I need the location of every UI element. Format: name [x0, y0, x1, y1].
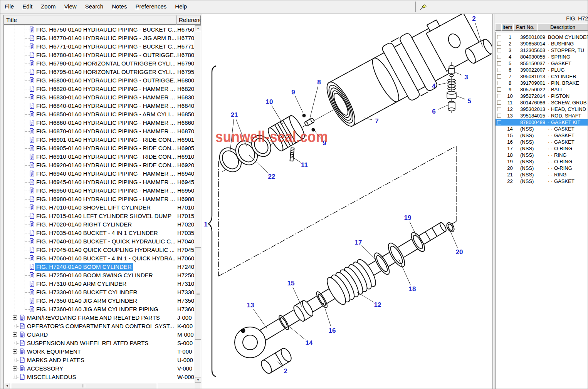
tree-item-label[interactable]: MISCELLANEOUS: [26, 373, 77, 381]
parts-table-row[interactable]: 11801476086· SCREW, GRUB: [496, 99, 588, 106]
menu-file[interactable]: File: [0, 0, 18, 13]
tree-item[interactable]: FIG. H7060-01A0 BUCKET - 4 IN 1 - QUICK …: [4, 254, 195, 263]
column-header-item[interactable]: Item: [501, 23, 513, 31]
part-checkbox[interactable]: [497, 61, 501, 65]
column-header-reference[interactable]: Reference: [176, 15, 201, 25]
tree-item-label[interactable]: FIG. H6920-01A0 HYDRAULIC PIPING - RIDE …: [35, 161, 177, 169]
column-header-select[interactable]: [495, 23, 501, 31]
expand-plus-icon[interactable]: [13, 341, 17, 345]
tree-item-label[interactable]: FIG. H6750-01A0 HYDRAULIC PIPING - BUCKE…: [35, 26, 178, 34]
parts-table-row[interactable]: 10395272014· PISTON: [496, 93, 588, 99]
panel-splitter[interactable]: [492, 14, 493, 389]
tree-item[interactable]: FIG. H6980-01A0 HYDRAULIC PIPING - HAMME…: [4, 195, 195, 203]
tree-item-label[interactable]: FIG. H7360-01A0 JIG ARM CYLINDER PIPING: [35, 305, 160, 313]
tree-item[interactable]: MISCELLANEOUSW-000: [4, 373, 195, 381]
tree-item-label[interactable]: FIG. H6945-01A0 HYDRAULIC PIPING - HAMME…: [35, 178, 176, 186]
parts-table-row[interactable]: 22(NSS)· · GASKET: [496, 178, 588, 184]
tree-item[interactable]: FIG. H6780-01A0 HYDRAULIC PIPING - OUTRI…: [4, 51, 195, 59]
tree-item[interactable]: FIG. H6830-01A0 HYDRAULIC PIPING - HAMME…: [4, 93, 195, 102]
tree-item[interactable]: MAIN/REVOLVING FRAME AND RELATED PARTSJ-…: [4, 314, 195, 322]
tree-item-label[interactable]: FIG. H7035-01A0 BUCKET - 4 IN 1 CYLINDER: [35, 229, 159, 237]
parts-table-row[interactable]: 17(NSS)· · O-RING: [496, 145, 588, 152]
tree-item-label[interactable]: FIG. H7310-01A0 ARM CYLINDER: [35, 280, 128, 288]
tree-item-label[interactable]: MARKS AND PLATES: [26, 356, 86, 364]
parts-table-row[interactable]: 19(NSS)· · O-RING: [496, 158, 588, 165]
tree-item-label[interactable]: FIG. H7250-01A0 BOOM SWING CYLINDER: [35, 272, 154, 279]
tree-item[interactable]: FIG. H7360-01A0 JIG ARM CYLINDER PIPINGH…: [4, 305, 195, 314]
expand-plus-icon[interactable]: [13, 358, 17, 362]
tree-item-label[interactable]: FIG. H6860-01A0 HYDRAULIC PIPING - HAMME…: [35, 119, 176, 127]
parts-table-row[interactable]: 15(NSS)· · GASKET: [496, 132, 588, 139]
parts-table-row[interactable]: 9805750022· BALL: [496, 86, 588, 93]
tree-item-label[interactable]: FIG. H6870-01A0 HYDRAULIC PIPING - HAMME…: [35, 127, 176, 135]
tree-item[interactable]: FIG. H7015-01A0 LEFT CYLINDER SHOVEL DUM…: [4, 212, 195, 220]
tree-item-label[interactable]: FIG. H6901-01A0 HYDRAULIC PIPING - RIDE …: [35, 136, 177, 144]
tree-item[interactable]: OPERATOR'S COMPARTMENT AND CONTROL SYST.…: [4, 322, 195, 330]
tree-item[interactable]: FIG. H7020-01A0 RIGHT CYLINDERH7020: [4, 220, 195, 229]
tree-item-label[interactable]: FIG. H6940-01A0 HYDRAULIC PIPING - HAMME…: [35, 170, 176, 178]
tree-item[interactable]: FIG. H6850-01A0 HYDRAULIC PIPING - ARM C…: [4, 110, 195, 119]
tree-item[interactable]: FIG. H6771-01A0 HYDRAULIC PIPING - BUCKE…: [4, 42, 195, 51]
tree-item[interactable]: FIG. H6750-01A0 HYDRAULIC PIPING - BUCKE…: [4, 25, 195, 34]
tree-item[interactable]: FIG. H6945-01A0 HYDRAULIC PIPING - HAMME…: [4, 178, 195, 186]
tree-item[interactable]: FIG. H6905-01A0 HYDRAULIC PIPING - RIDE …: [4, 144, 195, 153]
part-checkbox[interactable]: [497, 55, 501, 59]
tree-item[interactable]: FIG. H7040-01A0 BUCKET - QUICK HYDRAULIC…: [4, 237, 195, 246]
tree-item-label[interactable]: GUARD: [26, 331, 49, 339]
tree-item-label[interactable]: MAIN/REVOLVING FRAME AND RELATED PARTS: [26, 314, 161, 322]
part-checkbox[interactable]: [497, 81, 501, 85]
parts-table-row[interactable]: 2390658014· BUSHING: [496, 40, 588, 47]
tree-item[interactable]: FIG. H7350-01A0 JIG ARM CYLINDERH7350: [4, 297, 195, 305]
parts-table-row[interactable]: 20(NSS)· · O-RING: [496, 165, 588, 171]
expand-plus-icon[interactable]: [13, 324, 17, 328]
panel-splitter[interactable]: [494, 14, 494, 389]
tree-horizontal-scrollbar[interactable]: ◄ ►: [4, 383, 201, 389]
menu-help[interactable]: Help: [171, 0, 191, 13]
expand-plus-icon[interactable]: [13, 366, 17, 371]
scroll-down-button[interactable]: ▼: [195, 377, 201, 383]
scroll-left-button[interactable]: ◄: [4, 383, 10, 389]
tree-item-label[interactable]: FIG. H6770-01A0 HYDRAULIC PIPING - JIG A…: [35, 34, 177, 42]
tree-item[interactable]: FIG. H7010-01A0 SHOVEL LIFT CYLINDERH701…: [4, 203, 195, 212]
tree-item[interactable]: SUSPENSION AND WHEEL RELATED PARTSS-000: [4, 339, 195, 347]
tree-item[interactable]: MARKS AND PLATESU-000: [4, 356, 195, 364]
parts-table-row[interactable]: 1395001009BOOM CYLINDER: [496, 34, 588, 40]
tree-item[interactable]: GUARDM-000: [4, 330, 195, 339]
expand-plus-icon[interactable]: [13, 332, 17, 337]
part-checkbox[interactable]: [497, 87, 501, 92]
tree-item-label[interactable]: ACCESSORY: [26, 365, 64, 372]
tree-item-label[interactable]: FIG. H6771-01A0 HYDRAULIC PIPING - BUCKE…: [35, 43, 178, 50]
expand-plus-icon[interactable]: [13, 349, 17, 354]
tree-item-label[interactable]: FIG. H6830-01A0 HYDRAULIC PIPING - HAMME…: [35, 94, 176, 101]
part-checkbox[interactable]: [497, 101, 501, 105]
tree-item[interactable]: FIG. H6940-01A0 HYDRAULIC PIPING - HAMME…: [4, 169, 195, 178]
parts-table-row[interactable]: 3312305603· STOPPER, TU: [496, 47, 588, 54]
tree-item-label[interactable]: WORK EQUIPMENT: [26, 348, 82, 355]
menu-view[interactable]: View: [60, 0, 81, 13]
menu-preferences[interactable]: Preferences: [131, 0, 171, 13]
tree-item[interactable]: FIG. H6860-01A0 HYDRAULIC PIPING - HAMME…: [4, 119, 195, 127]
tree-item[interactable]: FIG. H6820-01A0 HYDRAULIC PIPING - HAMME…: [4, 85, 195, 93]
parts-table-row[interactable]: 16(NSS)· · GASKET: [496, 139, 588, 145]
tree-item-selected[interactable]: FIG. H7240-01A0 BOOM CYLINDERH7240: [4, 263, 195, 271]
part-checkbox[interactable]: [497, 48, 501, 52]
horizontal-scroll-thumb[interactable]: [11, 383, 157, 389]
tree-item-label[interactable]: SUSPENSION AND WHEEL RELATED PARTS: [26, 339, 150, 347]
part-checkbox[interactable]: [497, 74, 501, 79]
column-header-description[interactable]: Description: [537, 23, 588, 31]
expand-plus-icon[interactable]: [13, 375, 17, 379]
tree-item-label[interactable]: FIG. H6850-01A0 HYDRAULIC PIPING - ARM C…: [35, 111, 176, 118]
tree-item-label[interactable]: FIG. H7045-01A0 QUICK COUPLING HYDRAULIC…: [35, 246, 176, 254]
tree-item-label[interactable]: FIG. H7010-01A0 SHOVEL LIFT CYLINDER: [35, 204, 152, 211]
tree-item[interactable]: FIG. H6920-01A0 HYDRAULIC PIPING - RIDE …: [4, 161, 195, 169]
tree-item[interactable]: FIG. H6901-01A0 HYDRAULIC PIPING - RIDE …: [4, 136, 195, 144]
tree-item-label[interactable]: FIG. H7040-01A0 BUCKET - QUICK HYDRAULIC…: [35, 238, 177, 245]
part-checkbox[interactable]: [497, 114, 501, 118]
parts-table-row[interactable]: 7395081013· CYLINDER: [496, 73, 588, 80]
part-checkbox[interactable]: [497, 42, 501, 46]
tree-item[interactable]: FIG. H6790-01A0 HORIZONTAL OUTRIGGER CYL…: [4, 59, 195, 68]
tree-item[interactable]: FIG. H6910-01A0 HYDRAULIC PIPING - RIDE …: [4, 153, 195, 161]
tree-item-label[interactable]: FIG. H7060-01A0 BUCKET - 4 IN 1 - QUICK …: [35, 255, 177, 262]
parts-table-row[interactable]: 12395302013· HEAD, CYLIND: [496, 106, 588, 112]
tree-item-label[interactable]: FIG. H6950-01A0 HYDRAULIC PIPING - HAMME…: [35, 187, 176, 194]
